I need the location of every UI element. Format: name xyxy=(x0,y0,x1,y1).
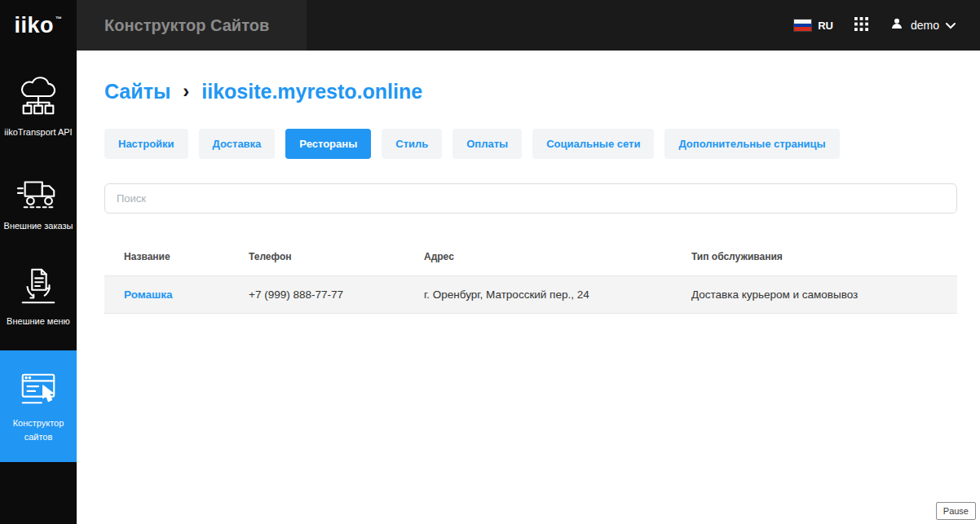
trademark-mark: ™ xyxy=(55,15,63,23)
app-window: iiko™ iikoTransport API xyxy=(0,0,980,524)
tab-payments[interactable]: Оплаты xyxy=(452,129,522,159)
user-name: demo xyxy=(911,19,939,32)
column-header-name: Название xyxy=(104,251,249,262)
cell-phone: +7 (999) 888-77-77 xyxy=(249,288,424,301)
breadcrumb-sites-link[interactable]: Сайты xyxy=(104,80,170,103)
restaurants-table: Название Телефон Адрес Тип обслуживания … xyxy=(104,251,957,314)
main-area: Сайты › iikosite.myresto.online Настройк… xyxy=(77,51,980,524)
chevron-down-icon xyxy=(946,18,956,33)
sidebar-item-external-orders[interactable]: Внешние заказы xyxy=(0,159,77,245)
sidebar-item-external-menus[interactable]: Внешние меню xyxy=(0,253,77,341)
search-input[interactable] xyxy=(104,183,957,214)
table-header-row: Название Телефон Адрес Тип обслуживания xyxy=(104,251,957,275)
search-box xyxy=(104,183,957,214)
tab-settings[interactable]: Настройки xyxy=(104,129,188,159)
sidebar-item-site-builder[interactable]: Конструктор сайтов xyxy=(0,350,77,462)
truck-icon xyxy=(16,171,60,212)
sidebar-nav: iikoTransport API Внешние заказы xyxy=(0,64,77,462)
ru-flag-icon xyxy=(794,20,811,31)
sidebar: iiko™ iikoTransport API xyxy=(0,0,77,524)
column-header-address: Адрес xyxy=(424,251,691,262)
iiko-logo: iiko™ xyxy=(0,0,77,51)
cell-name: Ромашка xyxy=(104,288,249,301)
iiko-logo-text: iiko xyxy=(14,13,54,38)
language-selector[interactable]: RU xyxy=(794,20,833,32)
user-icon xyxy=(890,16,904,34)
site-builder-icon xyxy=(16,368,60,409)
sidebar-item-label: Внешние заказы xyxy=(4,219,73,233)
tab-bar: Настройки Доставка Рестораны Стиль Оплат… xyxy=(104,129,957,159)
restaurant-link[interactable]: Ромашка xyxy=(124,288,173,301)
sidebar-item-label: Конструктор сайтов xyxy=(3,416,73,444)
app-title: Конструктор Сайтов xyxy=(77,0,307,51)
breadcrumb-current-site[interactable]: iikosite.myresto.online xyxy=(201,80,422,103)
content-column: Конструктор Сайтов RU xyxy=(77,0,980,524)
pause-button[interactable]: Pause xyxy=(936,502,976,520)
tab-extra-pages[interactable]: Дополнительные страницы xyxy=(664,129,839,159)
tab-social-networks[interactable]: Социальные сети xyxy=(532,129,654,159)
apps-grid-button[interactable] xyxy=(854,17,868,34)
breadcrumb-separator-icon: › xyxy=(183,81,189,101)
column-header-phone: Телефон xyxy=(249,251,424,262)
breadcrumb: Сайты › iikosite.myresto.online xyxy=(104,80,957,103)
sidebar-item-label: iikoTransport API xyxy=(4,125,72,139)
apps-grid-icon xyxy=(854,17,868,34)
menu-sync-icon xyxy=(16,265,60,307)
sidebar-item-label: Внешние меню xyxy=(7,315,70,328)
table-row[interactable]: Ромашка +7 (999) 888-77-77 г. Оренбург, … xyxy=(104,275,957,314)
cloud-api-icon xyxy=(16,76,60,118)
language-label: RU xyxy=(818,20,833,32)
tab-style[interactable]: Стиль xyxy=(382,129,442,159)
top-bar: Конструктор Сайтов RU xyxy=(77,0,980,51)
cell-service-type: Доставка курьером и самовывоз xyxy=(691,288,957,301)
column-header-service-type: Тип обслуживания xyxy=(691,251,957,262)
topbar-right: RU xyxy=(794,16,980,34)
sidebar-item-iikotransport-api[interactable]: iikoTransport API xyxy=(0,64,77,152)
tab-restaurants[interactable]: Рестораны xyxy=(285,129,371,159)
cell-address: г. Оренбург, Матросский пер., 24 xyxy=(424,288,691,301)
tab-delivery[interactable]: Доставка xyxy=(199,129,276,159)
user-menu[interactable]: demo xyxy=(890,16,956,34)
